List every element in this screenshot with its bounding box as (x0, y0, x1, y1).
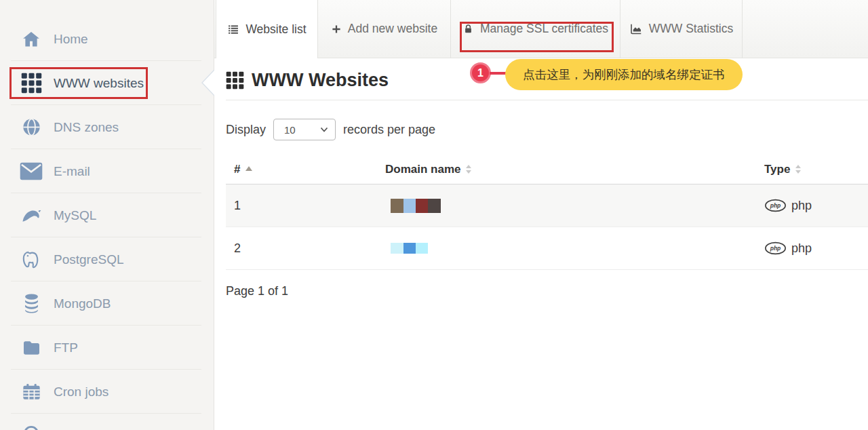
records-suffix-label: records per page (343, 123, 435, 137)
tab-website-list[interactable]: Website list (216, 0, 318, 58)
table-row: 1 php php (226, 184, 868, 227)
redaction-block (391, 243, 403, 254)
records-per-page-select[interactable]: 10 (273, 119, 336, 140)
page-content: WWW Websites Display 10 records per page… (214, 58, 868, 298)
sidebar-item-partial[interactable] (0, 414, 214, 430)
app-window: Home WWW websites DNS zones (0, 0, 868, 430)
folder-icon (18, 338, 45, 358)
active-item-notch (201, 70, 214, 96)
domain-cell-redacted (385, 199, 753, 213)
sidebar-item-home[interactable]: Home (0, 17, 214, 61)
sidebar-item-mongodb[interactable]: MongoDB (0, 281, 214, 326)
circle-icon (18, 425, 45, 430)
redaction-block (428, 199, 441, 213)
svg-text:php: php (770, 202, 781, 209)
list-icon (227, 24, 239, 35)
sidebar-item-label: E-mail (54, 164, 90, 179)
sidebar-item-label: DNS zones (54, 120, 119, 135)
tab-label: Add new website (348, 22, 437, 36)
grid-icon (18, 73, 45, 94)
database-icon (18, 292, 45, 315)
redaction-block (403, 243, 416, 254)
sidebar-item-label: FTP (54, 340, 78, 355)
tab-add-new-website[interactable]: Add new website (318, 0, 451, 58)
column-header-index[interactable]: # (226, 163, 385, 176)
records-per-page-row: Display 10 records per page (226, 119, 868, 140)
redaction-block (403, 199, 416, 213)
type-cell: php php (753, 199, 868, 213)
selected-value: 10 (284, 124, 320, 136)
sidebar-item-www-websites[interactable]: WWW websites (0, 61, 214, 105)
domain-cell-redacted (385, 243, 753, 254)
tab-label: Manage SSL certificates (480, 22, 608, 36)
mysql-dolphin-icon (18, 205, 45, 227)
table-header-row: # Domain name Type (226, 155, 868, 184)
lock-icon (462, 22, 474, 35)
column-header-label: Domain name (385, 163, 460, 176)
column-header-label: Type (764, 163, 790, 176)
sidebar-item-label: WWW websites (54, 76, 144, 91)
sidebar-item-cron-jobs[interactable]: Cron jobs (0, 370, 214, 414)
sidebar-item-label: MySQL (54, 208, 96, 223)
sidebar-item-label: PostgreSQL (54, 252, 124, 267)
php-logo-icon: php (764, 199, 787, 212)
column-header-domain-name[interactable]: Domain name (385, 163, 753, 176)
sidebar-item-label: Cron jobs (54, 385, 108, 399)
sort-asc-icon (245, 166, 252, 171)
sidebar-item-label: MongoDB (54, 296, 111, 311)
row-index-cell: 1 (226, 199, 385, 213)
postgresql-elephant-icon (18, 248, 45, 271)
column-header-type[interactable]: Type (753, 163, 868, 176)
home-icon (18, 29, 45, 50)
sidebar-item-postgresql[interactable]: PostgreSQL (0, 237, 214, 281)
grid-icon (226, 71, 244, 90)
type-cell: php php (753, 241, 868, 256)
chevron-down-icon (320, 127, 328, 132)
sidebar-item-dns-zones[interactable]: DNS zones (0, 105, 214, 149)
column-header-label: # (234, 163, 240, 176)
type-label: php (791, 199, 812, 213)
step-number-badge: 1 (470, 62, 491, 83)
tab-bar: Website list Add new website Manage SSL … (214, 0, 868, 58)
area-chart-icon (629, 22, 643, 35)
websites-table: # Domain name Type 1 (226, 155, 868, 270)
row-index-cell: 2 (226, 241, 385, 256)
type-label: php (791, 241, 812, 256)
envelope-icon (18, 162, 45, 180)
redaction-block (416, 199, 428, 213)
tab-manage-ssl-certificates[interactable]: Manage SSL certificates (451, 0, 620, 58)
tab-www-statistics[interactable]: WWW Statistics (620, 0, 743, 58)
sort-both-icon (795, 165, 801, 174)
tab-label: WWW Statistics (649, 22, 733, 36)
redaction-block (416, 243, 428, 254)
sidebar-nav: Home WWW websites DNS zones (0, 0, 214, 430)
page-title: WWW Websites (252, 70, 389, 91)
sidebar-item-mysql[interactable]: MySQL (0, 193, 214, 237)
tab-label: Website list (245, 22, 306, 37)
globe-icon (18, 117, 45, 138)
main-area: Website list Add new website Manage SSL … (214, 0, 868, 430)
calendar-icon (18, 381, 45, 403)
svg-text:php: php (770, 245, 781, 252)
title-divider (226, 100, 868, 100)
pagination-status: Page 1 of 1 (226, 284, 868, 298)
sidebar: Home WWW websites DNS zones (0, 0, 214, 430)
sidebar-item-email[interactable]: E-mail (0, 149, 214, 193)
redaction-block (391, 199, 403, 213)
php-logo-icon: php (764, 241, 787, 255)
sidebar-item-ftp[interactable]: FTP (0, 326, 214, 370)
sidebar-item-label: Home (54, 32, 88, 47)
sort-both-icon (466, 165, 471, 174)
plus-icon (331, 24, 342, 35)
callout-tooltip: 点击这里，为刚刚添加的域名绑定证书 (505, 59, 743, 90)
display-label: Display (226, 123, 266, 137)
table-row: 2 php php (226, 227, 868, 270)
